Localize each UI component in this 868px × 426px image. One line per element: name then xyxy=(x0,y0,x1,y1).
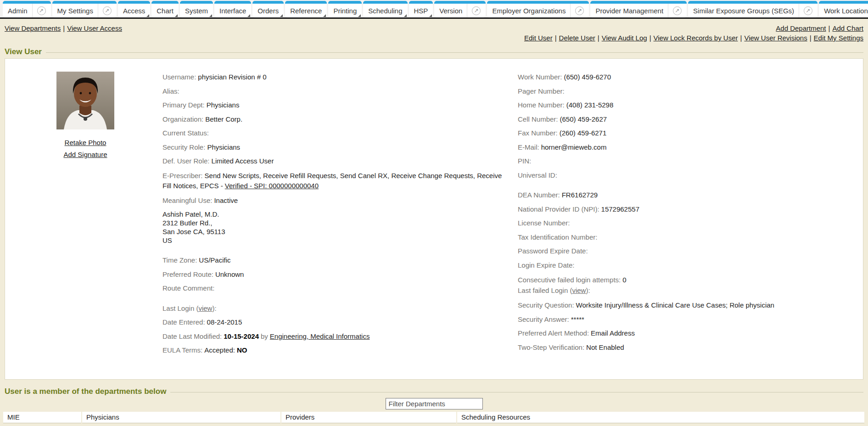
tab-printing[interactable]: Printing xyxy=(328,1,362,17)
link-view-audit-log[interactable]: View Audit Log xyxy=(602,34,647,42)
field-security-role: Security Role:Physicians xyxy=(162,143,504,152)
field-label: National Provider ID (NPI): xyxy=(518,205,599,213)
external-link-icon[interactable]: ↗ xyxy=(673,6,682,15)
field-two-step: Two-Step Verification:Not Enabled xyxy=(518,343,867,352)
department-cell-scheduling-resources: Scheduling Resources xyxy=(457,412,864,423)
external-link-icon[interactable]: ↗ xyxy=(37,6,46,15)
tab-label: Version xyxy=(439,7,462,15)
tab-icon-divider: ↗ xyxy=(668,4,682,17)
link-add-department[interactable]: Add Department xyxy=(776,24,826,32)
field-label: Two-Step Verification: xyxy=(518,343,584,351)
user-details-left: Username:physician Revision # 0 Alias: P… xyxy=(162,73,504,360)
tab-icon-divider: ↗ xyxy=(98,4,112,17)
link-edit-user[interactable]: Edit User xyxy=(524,34,553,42)
retake-photo-link[interactable]: Retake Photo xyxy=(65,139,106,146)
quicklinks-left: View Departments|View User Access xyxy=(5,24,122,32)
dropdown-corner-icon xyxy=(280,14,283,17)
link-edit-my-settings[interactable]: Edit My Settings xyxy=(814,34,863,42)
tab-interface[interactable]: Interface xyxy=(214,1,251,17)
link-add-chart[interactable]: Add Chart xyxy=(832,24,863,32)
field-preferred-alert: Preferred Alert Method:Email Address xyxy=(518,329,867,338)
separator: | xyxy=(598,34,599,42)
tab-my-settings[interactable]: My Settings↗ xyxy=(52,1,117,17)
tab-label: Scheduling xyxy=(368,7,402,15)
departments-header: User is a member of the departments belo… xyxy=(5,387,863,396)
tab-reference[interactable]: Reference xyxy=(285,1,327,17)
field-npi: National Provider ID (NPI):1572962557 xyxy=(518,205,867,214)
field-label: ): xyxy=(586,286,590,294)
tab-access[interactable]: Access xyxy=(118,1,150,17)
view-user-panel: Retake Photo Add Signature Username:phys… xyxy=(5,58,863,380)
link-view-user-revisions[interactable]: View User Revisions xyxy=(744,34,807,42)
epcs-verified-spi-link[interactable]: Verified - SPI: 0000000000040 xyxy=(225,182,319,190)
field-value: FR6162729 xyxy=(562,191,598,199)
external-link-icon[interactable]: ↗ xyxy=(575,6,584,15)
field-value: Unknown xyxy=(215,270,244,278)
modified-by-user-link[interactable]: Engineering, Medical Informatics xyxy=(270,332,370,340)
separator: | xyxy=(810,34,812,42)
field-value: US/Pacific xyxy=(199,256,230,264)
field-label: Tax Identification Number: xyxy=(518,233,597,241)
external-link-icon[interactable]: ↗ xyxy=(472,6,481,15)
field-cell-number: Cell Number:(650) 459-2627 xyxy=(518,115,867,124)
department-cell-mie: MIE xyxy=(3,412,81,423)
field-label: Login Expire Date: xyxy=(518,261,574,269)
tab-icon-divider: ↗ xyxy=(799,4,812,17)
field-label: Cell Number: xyxy=(518,115,558,123)
tab-similar-exposure-groups-segs[interactable]: Similar Exposure Groups (SEGs)↗ xyxy=(688,1,818,17)
field-work-number: Work Number:(650) 459-6270 xyxy=(518,73,867,82)
field-label: Meaningful Use: xyxy=(162,196,212,204)
field-value: Accepted: xyxy=(204,346,235,354)
tab-version[interactable]: Version↗ xyxy=(434,1,486,17)
address-line: San Jose CA, 95113 xyxy=(162,227,504,236)
user-details-right: Work Number:(650) 459-6270 Pager Number:… xyxy=(518,73,867,357)
link-delete-user[interactable]: Delete User xyxy=(559,34,595,42)
field-value: Email Address xyxy=(591,329,635,337)
field-def-user-role: Def. User Role:Limited Access User xyxy=(162,157,504,166)
field-value: (650) 459-2627 xyxy=(560,115,607,123)
filter-departments-input[interactable] xyxy=(386,398,483,409)
external-link-icon[interactable]: ↗ xyxy=(103,6,112,15)
link-view-departments[interactable]: View Departments xyxy=(5,24,61,32)
field-value: horner@mieweb.com xyxy=(541,143,607,151)
field-label: Fax Number: xyxy=(518,129,558,137)
field-value: 0 xyxy=(622,276,626,284)
field-label: Date Last Modified: xyxy=(162,332,222,340)
tab-orders[interactable]: Orders xyxy=(252,1,284,17)
field-value: Limited Access User xyxy=(212,157,274,165)
by-text: by xyxy=(261,332,268,340)
tab-hsp[interactable]: HSP xyxy=(409,1,433,17)
user-photo xyxy=(56,72,114,129)
field-value: Worksite Injury/Illness & Clinical Care … xyxy=(576,301,774,309)
dropdown-corner-icon xyxy=(358,14,361,17)
field-label: Date Entered: xyxy=(162,318,205,326)
dropdown-corner-icon xyxy=(323,14,326,17)
field-value: Better Corp. xyxy=(205,115,242,123)
last-login-view-link[interactable]: view xyxy=(198,304,212,312)
tab-system[interactable]: System xyxy=(180,1,213,17)
field-label: Password Expire Date: xyxy=(518,247,588,255)
field-fax-number: Fax Number:(260) 459-6271 xyxy=(518,129,867,138)
add-signature-link[interactable]: Add Signature xyxy=(63,151,107,158)
tab-label: System xyxy=(185,7,208,15)
tab-label: Employer Organizations xyxy=(492,7,566,15)
tab-admin[interactable]: Admin↗ xyxy=(3,1,51,17)
field-organization: Organization:Better Corp. xyxy=(162,115,504,124)
tab-label: Admin xyxy=(8,7,28,15)
tab-label: Work Locations xyxy=(824,7,868,15)
link-view-lock-records[interactable]: View Lock Records by User xyxy=(654,34,738,42)
tab-work-locations[interactable]: Work Locations↗ xyxy=(819,1,868,17)
tab-provider-management[interactable]: Provider Management↗ xyxy=(590,1,687,17)
photo-column: Retake Photo Add Signature xyxy=(55,72,116,158)
field-current-status: Current Status: xyxy=(162,129,504,138)
last-failed-login-view-link[interactable]: view xyxy=(572,286,586,294)
field-date-entered: Date Entered:08-24-2015 xyxy=(162,318,504,327)
separator: | xyxy=(650,34,651,42)
field-value: 08-24-2015 xyxy=(207,318,242,326)
quicklinks-row: View Departments|View User Access Add De… xyxy=(5,24,863,32)
external-link-icon[interactable]: ↗ xyxy=(804,6,812,15)
tab-employer-organizations[interactable]: Employer Organizations↗ xyxy=(487,1,589,17)
tab-chart[interactable]: Chart xyxy=(151,1,179,17)
link-view-user-access[interactable]: View User Access xyxy=(67,24,122,32)
tab-scheduling[interactable]: Scheduling xyxy=(363,1,407,17)
